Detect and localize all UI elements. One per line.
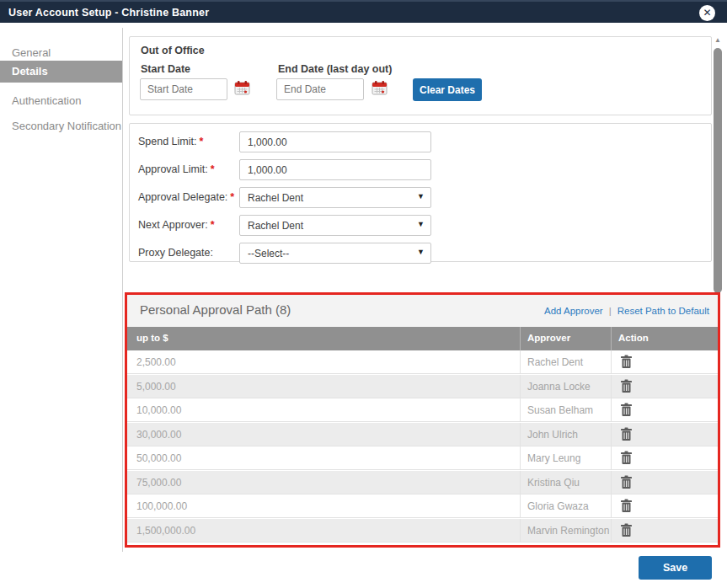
approver-cell: Mary Leung (527, 452, 580, 464)
sidebar-item-secondary-notification[interactable]: Secondary Notification (0, 115, 122, 137)
sidebar-divider (122, 28, 123, 552)
table-row: 30,000.00John Ulrich (127, 423, 718, 446)
column-header-approver: Approver (527, 333, 570, 343)
approver-cell: Rachel Dent (527, 356, 583, 368)
sidebar-item-authentication[interactable]: Authentication (0, 90, 122, 112)
limits-section: Spend Limit:* Approval Limit:* Approval … (129, 123, 712, 262)
user-account-setup-modal: User Account Setup - Christine Banner ✕ … (0, 0, 727, 588)
table-row: 50,000.00Mary Leung (127, 446, 718, 470)
spend-limit-label: Spend Limit:* (138, 136, 203, 147)
amount-cell: 5,000.00 (136, 381, 176, 393)
clear-dates-button[interactable]: Clear Dates (413, 78, 482, 101)
modal-title: User Account Setup - Christine Banner (0, 7, 209, 19)
proxy-delegate-select[interactable]: --Select-- ▼ (239, 243, 431, 264)
table-row: 1,500,000.00Marvin Remington (127, 519, 718, 543)
delete-trash-icon[interactable] (620, 475, 633, 493)
delete-trash-icon[interactable] (620, 427, 633, 445)
amount-cell: 1,500,000.00 (136, 525, 195, 537)
reset-path-link[interactable]: Reset Path to Default (617, 306, 709, 316)
add-approver-link[interactable]: Add Approver (544, 306, 603, 316)
table-row: 10,000.00Susan Belham (127, 398, 718, 422)
table-row: 100,000.00Gloria Gwaza (127, 494, 718, 518)
column-header-amount: up to $ (136, 333, 168, 343)
modal-title-bar: User Account Setup - Christine Banner ✕ (0, 0, 727, 23)
personal-approval-path-section: Personal Approval Path (8) Add Approver|… (125, 292, 720, 548)
approval-path-links: Add Approver|Reset Path to Default (544, 306, 709, 316)
approver-cell: Gloria Gwaza (527, 500, 589, 512)
approver-cell: Kristina Qiu (527, 477, 580, 489)
start-date-calendar-icon[interactable] (234, 80, 250, 95)
approval-delegate-select[interactable]: Rachel Dent ▼ (239, 187, 431, 208)
approver-cell: John Ulrich (527, 429, 578, 441)
table-row: 2,500.00Rachel Dent (127, 350, 718, 374)
spend-limit-input[interactable] (239, 131, 431, 152)
delete-trash-icon[interactable] (620, 451, 633, 468)
chevron-down-icon: ▼ (417, 248, 425, 256)
save-button[interactable]: Save (639, 556, 712, 580)
table-row: 5,000.00Joanna Locke (127, 375, 718, 398)
sidebar: General Details Authentication Secondary… (0, 24, 122, 552)
approval-path-title: Personal Approval Path (8) (140, 302, 291, 317)
delete-trash-icon[interactable] (620, 523, 633, 541)
approval-path-header: Personal Approval Path (8) Add Approver|… (127, 295, 718, 327)
end-date-input[interactable] (276, 78, 364, 100)
approval-delegate-label: Approval Delegate:* (138, 191, 234, 203)
scroll-up-icon[interactable]: ▲ (714, 36, 722, 44)
delete-trash-icon[interactable] (620, 355, 633, 372)
chevron-down-icon: ▼ (417, 192, 425, 200)
approver-cell: Susan Belham (527, 404, 593, 416)
link-separator: | (609, 306, 612, 316)
approval-table-header: up to $ Approver Action (127, 327, 718, 350)
required-asterisk: * (211, 163, 215, 175)
scrollbar-thumb[interactable] (714, 48, 722, 293)
delete-trash-icon[interactable] (620, 379, 633, 397)
start-date-input[interactable] (140, 78, 227, 100)
delete-trash-icon[interactable] (620, 499, 633, 516)
required-asterisk: * (211, 219, 215, 231)
end-date-label: End Date (last day out) (278, 63, 392, 75)
amount-cell: 100,000.00 (136, 500, 187, 512)
proxy-delegate-label: Proxy Delegate: (138, 247, 216, 259)
approver-cell: Marvin Remington (527, 525, 609, 537)
sidebar-item-details[interactable]: Details (0, 61, 122, 83)
table-row: 75,000.00Kristina Qiu (127, 471, 718, 494)
close-icon[interactable]: ✕ (699, 5, 715, 21)
amount-cell: 2,500.00 (136, 356, 176, 368)
approval-limit-label: Approval Limit:* (138, 163, 215, 175)
start-date-label: Start Date (141, 63, 190, 75)
next-approver-label: Next Approver:* (138, 219, 215, 231)
approver-cell: Joanna Locke (527, 381, 591, 393)
amount-cell: 30,000.00 (136, 429, 181, 441)
required-asterisk: * (199, 136, 203, 147)
chevron-down-icon: ▼ (417, 220, 425, 228)
required-asterisk: * (230, 191, 234, 203)
out-of-office-section: Out of Office Start Date End Date (last … (129, 36, 712, 115)
column-header-action: Action (618, 333, 649, 343)
delete-trash-icon[interactable] (620, 403, 633, 420)
end-date-calendar-icon[interactable] (372, 80, 388, 95)
amount-cell: 75,000.00 (136, 477, 181, 489)
out-of-office-title: Out of Office (141, 45, 205, 56)
amount-cell: 50,000.00 (136, 452, 181, 464)
next-approver-select[interactable]: Rachel Dent ▼ (239, 215, 431, 236)
amount-cell: 10,000.00 (136, 404, 181, 416)
approval-limit-input[interactable] (239, 159, 431, 180)
